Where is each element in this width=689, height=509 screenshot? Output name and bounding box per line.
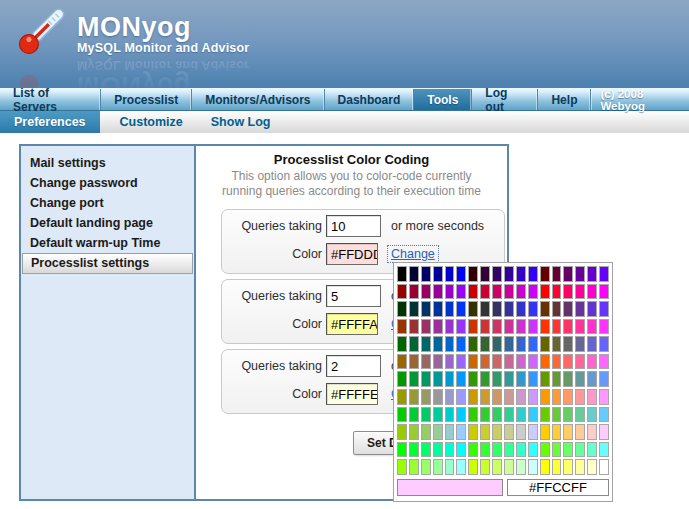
seconds-input[interactable] — [326, 355, 381, 377]
color-swatch[interactable] — [421, 354, 431, 370]
color-swatch[interactable] — [504, 442, 514, 458]
color-swatch[interactable] — [575, 459, 585, 475]
color-swatch[interactable] — [552, 442, 562, 458]
color-swatch[interactable] — [587, 284, 597, 300]
color-swatch[interactable] — [397, 301, 407, 317]
sidebar-item-change-password[interactable]: Change password — [21, 173, 194, 193]
color-swatch[interactable] — [540, 266, 550, 282]
color-swatch[interactable] — [516, 336, 526, 352]
color-swatch[interactable] — [468, 354, 478, 370]
color-swatch[interactable] — [397, 424, 407, 440]
color-swatch[interactable] — [587, 389, 597, 405]
color-swatch[interactable] — [468, 336, 478, 352]
color-swatch[interactable] — [456, 266, 466, 282]
color-swatch[interactable] — [397, 266, 407, 282]
color-swatch[interactable] — [456, 284, 466, 300]
color-swatch[interactable] — [528, 459, 538, 475]
color-swatch[interactable] — [397, 354, 407, 370]
color-swatch[interactable] — [480, 407, 490, 423]
color-swatch[interactable] — [504, 389, 514, 405]
color-swatch[interactable] — [480, 389, 490, 405]
color-swatch[interactable] — [528, 371, 538, 387]
color-swatch[interactable] — [409, 336, 419, 352]
color-swatch[interactable] — [563, 354, 573, 370]
color-swatch[interactable] — [421, 424, 431, 440]
nav-item-monitors-advisors[interactable]: Monitors/Advisors — [192, 89, 324, 110]
color-value-input[interactable] — [326, 313, 378, 335]
color-swatch[interactable] — [480, 266, 490, 282]
color-swatch[interactable] — [528, 407, 538, 423]
color-swatch[interactable] — [504, 284, 514, 300]
color-swatch[interactable] — [480, 424, 490, 440]
color-swatch[interactable] — [421, 301, 431, 317]
color-swatch[interactable] — [599, 336, 609, 352]
color-swatch[interactable] — [492, 459, 502, 475]
color-swatch[interactable] — [397, 389, 407, 405]
color-swatch[interactable] — [552, 284, 562, 300]
color-swatch[interactable] — [445, 301, 455, 317]
color-swatch[interactable] — [480, 371, 490, 387]
color-swatch[interactable] — [552, 371, 562, 387]
color-swatch[interactable] — [587, 442, 597, 458]
color-swatch[interactable] — [456, 354, 466, 370]
color-swatch[interactable] — [480, 459, 490, 475]
color-swatch[interactable] — [563, 284, 573, 300]
color-swatch[interactable] — [540, 389, 550, 405]
color-swatch[interactable] — [575, 266, 585, 282]
color-swatch[interactable] — [599, 459, 609, 475]
color-swatch[interactable] — [492, 407, 502, 423]
color-swatch[interactable] — [587, 371, 597, 387]
color-swatch[interactable] — [409, 354, 419, 370]
nav-item-dashboard[interactable]: Dashboard — [325, 89, 415, 110]
color-swatch[interactable] — [456, 336, 466, 352]
color-swatch[interactable] — [445, 284, 455, 300]
color-swatch[interactable] — [516, 442, 526, 458]
color-swatch[interactable] — [492, 284, 502, 300]
color-swatch[interactable] — [421, 336, 431, 352]
color-swatch[interactable] — [492, 266, 502, 282]
color-swatch[interactable] — [421, 389, 431, 405]
color-swatch[interactable] — [552, 301, 562, 317]
color-swatch[interactable] — [409, 442, 419, 458]
subnav-item-show-log[interactable]: Show Log — [197, 111, 285, 133]
color-swatch[interactable] — [421, 371, 431, 387]
color-swatch[interactable] — [445, 319, 455, 335]
color-swatch[interactable] — [563, 266, 573, 282]
color-swatch[interactable] — [421, 284, 431, 300]
nav-item-tools[interactable]: Tools — [414, 89, 472, 110]
color-swatch[interactable] — [456, 301, 466, 317]
color-swatch[interactable] — [409, 407, 419, 423]
nav-item-log-out[interactable]: Log out — [472, 89, 538, 110]
color-swatch[interactable] — [575, 407, 585, 423]
color-swatch[interactable] — [599, 442, 609, 458]
color-swatch[interactable] — [445, 336, 455, 352]
color-swatch[interactable] — [421, 459, 431, 475]
color-swatch[interactable] — [528, 424, 538, 440]
color-swatch[interactable] — [587, 336, 597, 352]
color-swatch[interactable] — [587, 266, 597, 282]
color-swatch[interactable] — [445, 389, 455, 405]
color-swatch[interactable] — [468, 371, 478, 387]
color-swatch[interactable] — [433, 284, 443, 300]
color-swatch[interactable] — [563, 319, 573, 335]
color-swatch[interactable] — [421, 407, 431, 423]
color-swatch[interactable] — [563, 442, 573, 458]
color-swatch[interactable] — [528, 266, 538, 282]
color-swatch[interactable] — [468, 301, 478, 317]
color-swatch[interactable] — [528, 319, 538, 335]
color-swatch[interactable] — [552, 319, 562, 335]
color-swatch[interactable] — [456, 459, 466, 475]
color-swatch[interactable] — [445, 424, 455, 440]
color-swatch[interactable] — [456, 319, 466, 335]
color-swatch[interactable] — [540, 459, 550, 475]
sidebar-item-processlist-settings[interactable]: Processlist settings — [22, 253, 193, 274]
color-swatch[interactable] — [433, 336, 443, 352]
color-swatch[interactable] — [563, 407, 573, 423]
color-swatch[interactable] — [528, 284, 538, 300]
color-swatch[interactable] — [528, 336, 538, 352]
color-swatch[interactable] — [421, 442, 431, 458]
color-swatch[interactable] — [516, 389, 526, 405]
color-swatch[interactable] — [516, 284, 526, 300]
color-swatch[interactable] — [456, 371, 466, 387]
color-swatch[interactable] — [563, 459, 573, 475]
